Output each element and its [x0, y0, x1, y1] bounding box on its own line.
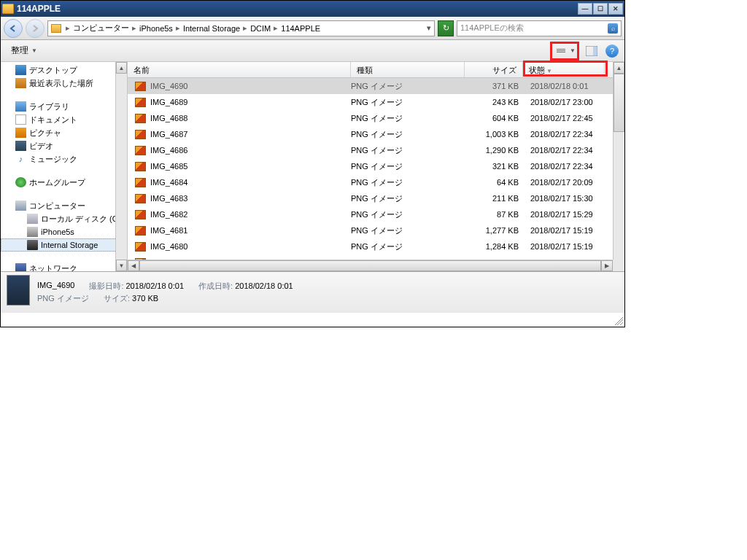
file-name: IMG_4683 — [150, 194, 187, 203]
tree-item-library[interactable]: ライブラリ — [1, 100, 127, 113]
close-button[interactable]: ✕ — [608, 3, 623, 15]
titlebar[interactable]: 114APPLE — ☐ ✕ — [1, 1, 624, 17]
help-button[interactable]: ? — [605, 44, 619, 58]
document-icon — [15, 114, 26, 125]
file-date: 2018/02/17 22:34 — [523, 146, 605, 155]
chevron-right-icon[interactable]: ▸ — [174, 23, 182, 33]
tree-item-desktop[interactable]: デスクトップ — [1, 63, 127, 77]
scroll-left-icon[interactable]: ◀ — [128, 260, 139, 271]
tree-item-storage[interactable]: Internal Storage — [1, 238, 127, 252]
file-row[interactable]: IMG_4683PNG イメージ211 KB2018/02/17 15:30 — [128, 190, 624, 206]
tree-item-music[interactable]: ♪ミュージック — [1, 152, 127, 166]
back-button[interactable] — [4, 19, 23, 38]
chevron-right-icon[interactable]: ▸ — [272, 23, 279, 33]
tree-item-iphone[interactable]: iPhone5s — [1, 225, 127, 238]
file-type: PNG イメージ — [351, 81, 465, 92]
file-row[interactable]: IMG_4684PNG イメージ64 KB2018/02/17 20:09 — [128, 174, 624, 190]
file-row[interactable]: IMG_4685PNG イメージ321 KB2018/02/17 22:34 — [128, 158, 624, 174]
tree-item-homegroup[interactable]: ホームグループ — [1, 176, 127, 189]
chevron-right-icon[interactable]: ▸ — [64, 23, 71, 33]
column-header-size[interactable]: サイズ — [465, 62, 523, 77]
scroll-up-icon[interactable]: ▲ — [614, 62, 624, 74]
breadcrumb-item[interactable]: iPhone5s — [139, 24, 173, 33]
svg-rect-1 — [593, 47, 597, 55]
tree-scrollbar[interactable]: ▲ ▼ — [115, 62, 127, 271]
image-file-icon — [135, 210, 146, 219]
file-row[interactable]: IMG_4688PNG イメージ604 KB2018/02/17 22:45 — [128, 110, 624, 126]
image-file-icon — [135, 130, 146, 139]
chevron-right-icon[interactable]: ▸ — [131, 23, 138, 33]
organize-button[interactable]: 整理 ▼ — [7, 43, 42, 58]
file-row[interactable]: IMG_4686PNG イメージ1,290 KB2018/02/17 22:34 — [128, 142, 624, 158]
file-type: PNG イメージ — [351, 177, 465, 188]
scroll-right-icon[interactable]: ▶ — [601, 260, 613, 271]
image-file-icon — [135, 98, 146, 107]
file-row[interactable]: IMG_4690PNG イメージ371 KB2018/02/18 0:01 — [128, 78, 624, 94]
tree-item-localdisk[interactable]: ローカル ディスク (C — [1, 212, 127, 225]
recent-icon — [15, 78, 26, 88]
horizontal-scrollbar[interactable]: ◀ ▶ — [128, 260, 613, 271]
file-size: 1,003 KB — [465, 130, 523, 139]
computer-icon — [15, 201, 26, 211]
tree-item-recent[interactable]: 最近表示した場所 — [1, 77, 127, 90]
forward-button[interactable] — [26, 19, 44, 38]
file-date: 2018/02/17 15:19 — [523, 226, 605, 235]
file-type: PNG イメージ — [351, 225, 465, 236]
scrollbar-corner — [613, 260, 624, 271]
disk-icon — [27, 214, 38, 224]
file-size: 1,277 KB — [465, 226, 523, 235]
file-size: 64 KB — [465, 178, 523, 187]
file-row[interactable]: IMG_4681PNG イメージ1,277 KB2018/02/17 15:19 — [128, 222, 624, 238]
picture-icon — [15, 128, 26, 138]
tree-item-computer[interactable]: コンピューター — [1, 199, 127, 212]
scroll-down-icon[interactable]: ▼ — [116, 260, 127, 271]
chevron-down-icon[interactable]: ▼ — [570, 47, 576, 54]
resize-grip[interactable] — [614, 316, 623, 325]
file-row[interactable]: IMG_4680PNG イメージ1,284 KB2018/02/17 15:19 — [128, 238, 624, 254]
image-file-icon — [135, 114, 146, 123]
file-row[interactable]: IMG_4682PNG イメージ87 KB2018/02/17 15:29 — [128, 206, 624, 222]
chevron-right-icon[interactable]: ▸ — [241, 23, 249, 33]
breadcrumb-item[interactable]: DCIM — [250, 24, 271, 33]
file-date: 2018/02/17 20:09 — [523, 178, 605, 187]
scroll-thumb[interactable] — [139, 260, 601, 271]
file-name: IMG_4689 — [150, 98, 187, 106]
vertical-scrollbar[interactable]: ▲ — [613, 62, 624, 260]
file-row[interactable]: IMG_4689PNG イメージ243 KB2018/02/17 23:00 — [128, 94, 624, 110]
details-filename: IMG_4690 — [37, 281, 74, 292]
breadcrumb-item[interactable]: Internal Storage — [183, 24, 240, 33]
scroll-thumb[interactable] — [614, 74, 624, 132]
file-size: 211 KB — [465, 194, 523, 203]
address-bar[interactable]: ▸ コンピューター ▸ iPhone5s ▸ Internal Storage … — [47, 20, 435, 36]
minimize-button[interactable]: — — [578, 3, 592, 15]
file-name: IMG_4680 — [150, 242, 187, 251]
tree-item-documents[interactable]: ドキュメント — [1, 113, 127, 126]
maximize-button[interactable]: ☐ — [593, 3, 608, 15]
chevron-down-icon[interactable]: ▾ — [427, 23, 431, 33]
arrow-right-icon — [31, 24, 39, 33]
details-pane: IMG_4690 撮影日時: 2018/02/18 0:01 作成日時: 201… — [1, 272, 624, 313]
file-list[interactable]: IMG_4690PNG イメージ371 KB2018/02/18 0:01IMG… — [128, 78, 624, 271]
list-icon — [557, 49, 565, 52]
preview-pane-button[interactable] — [584, 43, 600, 59]
file-type: PNG イメージ — [351, 113, 465, 124]
file-size: 87 KB — [465, 210, 523, 219]
column-header-date[interactable]: 状態▼ — [523, 62, 605, 77]
column-header-name[interactable]: 名前 — [128, 62, 351, 77]
scroll-up-icon[interactable]: ▲ — [116, 62, 127, 74]
tree-item-pictures[interactable]: ピクチャ — [1, 126, 127, 139]
library-icon — [15, 101, 26, 112]
refresh-button[interactable]: ↻ — [438, 20, 454, 36]
image-file-icon — [135, 226, 146, 236]
file-type: PNG イメージ — [351, 209, 465, 220]
column-header-type[interactable]: 種類 — [351, 62, 465, 77]
tree-item-videos[interactable]: ビデオ — [1, 139, 127, 152]
tree-item-network[interactable]: ネットワーク — [1, 262, 127, 271]
breadcrumb-root[interactable]: コンピューター — [73, 23, 129, 34]
chevron-down-icon: ▼ — [31, 47, 37, 54]
breadcrumb-item[interactable]: 114APPLE — [281, 24, 320, 33]
search-input[interactable]: 114APPLEの検索 ⌕ — [457, 20, 622, 36]
image-file-icon — [135, 178, 146, 187]
view-mode-button[interactable] — [554, 44, 568, 58]
file-row[interactable]: IMG_4687PNG イメージ1,003 KB2018/02/17 22:34 — [128, 126, 624, 142]
